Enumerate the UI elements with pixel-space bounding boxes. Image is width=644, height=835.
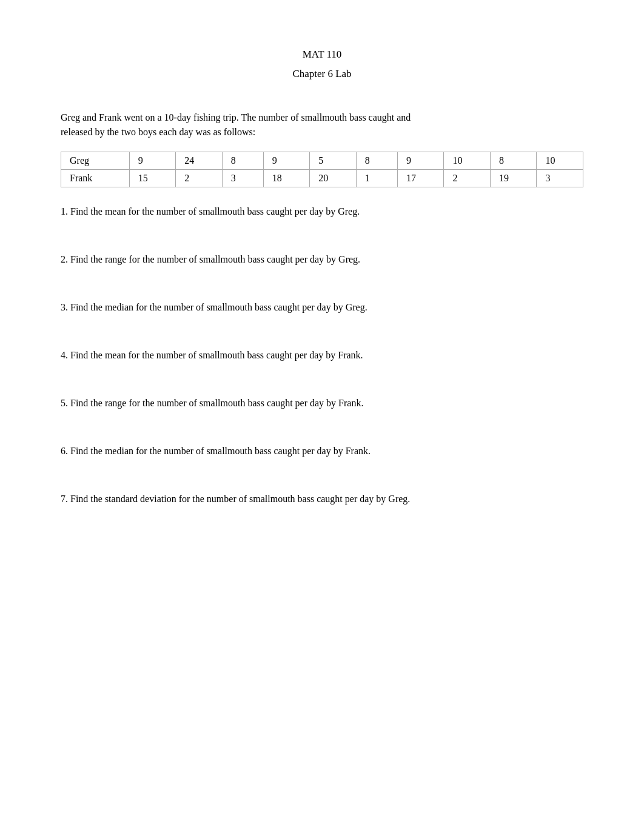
question-1: 1. Find the mean for the number of small… [61, 204, 583, 219]
greg-label: Greg [61, 152, 130, 170]
table-cell: 20 [310, 170, 357, 187]
table-cell: 15 [129, 170, 176, 187]
header: MAT 110 Chapter 6 Lab [61, 49, 583, 80]
table-cell: 3 [222, 170, 263, 187]
question-3: 3. Find the median for the number of sma… [61, 300, 583, 315]
table-cell: 19 [490, 170, 537, 187]
table-cell: 5 [310, 152, 357, 170]
table-cell: 8 [356, 152, 397, 170]
table-cell: 9 [129, 152, 176, 170]
table-cell: 3 [537, 170, 583, 187]
table-row: Greg9248958910810 [61, 152, 583, 170]
question-7: 7. Find the standard deviation for the n… [61, 492, 583, 506]
questions-section: 1. Find the mean for the number of small… [61, 204, 583, 506]
header-title: MAT 110 [61, 49, 583, 61]
intro-line2: released by the two boys each day was as… [61, 127, 255, 137]
table-cell: 8 [490, 152, 537, 170]
table-cell: 10 [444, 152, 491, 170]
question-5: 5. Find the range for the number of smal… [61, 396, 583, 411]
table-cell: 10 [537, 152, 583, 170]
intro-text: Greg and Frank went on a 10-day fishing … [61, 110, 583, 139]
table-cell: 2 [176, 170, 223, 187]
table-cell: 9 [397, 152, 444, 170]
table-cell: 8 [222, 152, 263, 170]
table-cell: 17 [397, 170, 444, 187]
question-6: 6. Find the median for the number of sma… [61, 444, 583, 458]
table-cell: 2 [444, 170, 491, 187]
table-row: Frank152318201172193 [61, 170, 583, 187]
table-cell: 1 [356, 170, 397, 187]
page: MAT 110 Chapter 6 Lab Greg and Frank wen… [0, 0, 644, 835]
question-4: 4. Find the mean for the number of small… [61, 348, 583, 363]
header-subtitle: Chapter 6 Lab [61, 68, 583, 80]
frank-label: Frank [61, 170, 130, 187]
intro-line1: Greg and Frank went on a 10-day fishing … [61, 112, 411, 122]
table-cell: 18 [263, 170, 310, 187]
table-cell: 24 [176, 152, 223, 170]
table-cell: 9 [263, 152, 310, 170]
data-table: Greg9248958910810Frank152318201172193 [61, 152, 583, 187]
question-2: 2. Find the range for the number of smal… [61, 252, 583, 267]
